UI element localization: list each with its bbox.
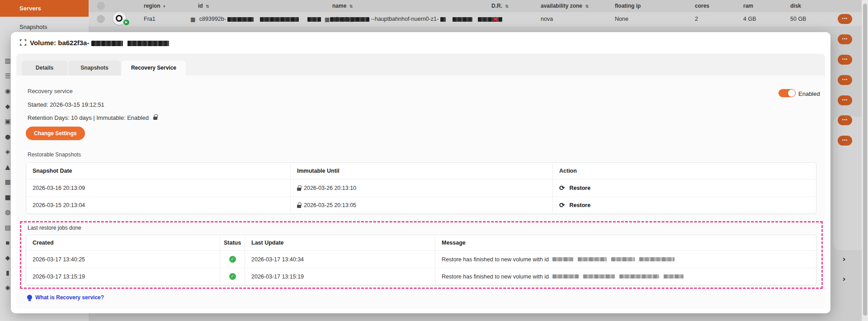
restore-icon: ⟳ (559, 184, 565, 192)
row-actions-button[interactable]: ••• (838, 95, 852, 105)
cell-last-update: 2026-03-17 13:40:34 (245, 251, 435, 268)
modal-body-panel: Details Snapshots Recovery Service Recov… (16, 54, 825, 309)
expand-row-chevron[interactable]: › (840, 255, 848, 264)
app-root: Servers Snapshots ▥ ☰ ◉ ◆ ▣ ● ◈ ▲ ▦ ■ ◍ … (0, 0, 868, 321)
redacted-volume-id (583, 274, 615, 279)
table-header-row: Created Status Last Update Message (26, 235, 816, 250)
restore-button[interactable]: ⟳ Restore (559, 201, 590, 209)
redacted-volume-id (664, 274, 684, 279)
redacted-volume-id (639, 257, 675, 261)
server-status-icons: ▶ (113, 12, 130, 26)
cell-status: ✓ (220, 268, 245, 285)
column-header-availability-zone[interactable]: availability zone ⇅ (541, 3, 589, 9)
cell-snapshot-date: 2026-03-16 20:13:09 (26, 179, 291, 196)
restorable-snapshots-table: Snapshot Date Immutable Until Action 202… (26, 162, 816, 214)
header-created: Created (26, 235, 220, 250)
row-actions-button[interactable]: ••• (838, 75, 852, 85)
header-message: Message (435, 235, 816, 250)
tab-details[interactable]: Details (22, 61, 67, 76)
restore-button[interactable]: ⟳ Restore (559, 184, 590, 192)
redacted-id (307, 17, 321, 22)
cell-message: Restore has finished to new volume with … (435, 251, 816, 268)
table-header-row: Snapshot Date Immutable Until Action (26, 163, 816, 179)
cell-immutable-until: 2026-03-26 20:13:10 (291, 179, 553, 196)
redacted-name (453, 17, 472, 22)
restore-jobs-table: Created Status Last Update Message 2026-… (26, 235, 816, 285)
sidebar-item-servers[interactable]: Servers (0, 0, 89, 17)
modal-header: Volume: ba622f3a- (11, 32, 830, 53)
recovery-service-label: Recovery service (28, 88, 73, 94)
redacted-volume-id (127, 41, 169, 46)
lock-icon (297, 188, 301, 191)
table-row: 2026-03-15 20:13:04 2026-03-25 20:13:05 … (26, 196, 816, 213)
sort-icon: ⇅ (349, 4, 353, 9)
servers-table-header: region ▾ id ⇅ name ⇅ D.R. ⇅ availability… (89, 0, 862, 12)
last-restore-jobs-label: Last restore jobs done (28, 225, 81, 231)
header-last-update: Last Update (245, 235, 435, 250)
cell-created: 2026-03-17 13:15:19 (26, 268, 220, 285)
cell-availability-zone: nova (541, 16, 553, 22)
header-immutable-until: Immutable Until (291, 163, 553, 179)
row-actions-button[interactable]: ••• (838, 115, 852, 125)
column-header-region[interactable]: region ▾ (144, 3, 165, 9)
column-header-ram[interactable]: ram (743, 3, 753, 9)
restorable-snapshots-label: Restorable Snapshots (28, 151, 81, 158)
row-actions-button[interactable]: ••• (838, 34, 852, 44)
lightbulb-icon (27, 295, 32, 300)
cell-snapshot-date: 2026-03-15 20:13:04 (26, 197, 291, 213)
sort-icon: ⇅ (206, 4, 209, 9)
sort-desc-icon: ▾ (163, 4, 165, 9)
column-header-id[interactable]: id ⇅ (198, 3, 209, 9)
copy-name-icon[interactable]: ▦ (325, 16, 330, 23)
modal-title: Volume: ba622f3a- (30, 39, 169, 47)
tab-recovery-service[interactable]: Recovery Service (122, 61, 186, 76)
fullscreen-expand-icon[interactable] (20, 39, 26, 46)
change-settings-button[interactable]: Change Settings (26, 127, 85, 140)
table-row: 2026-03-16 20:13:09 2026-03-26 20:13:10 … (26, 179, 816, 196)
page-scrollbar-thumb[interactable] (863, 4, 867, 316)
select-all-checkbox[interactable] (97, 2, 105, 10)
lock-icon (297, 205, 301, 208)
copy-id-icon[interactable]: ▦ (190, 16, 195, 23)
cell-last-update: 2026-03-17 13:15:19 (245, 268, 435, 285)
row-checkbox[interactable] (97, 15, 105, 23)
success-check-icon: ✓ (229, 256, 236, 263)
recovery-service-tab-content: Recovery service Started: 2026-03-15 19:… (16, 76, 825, 309)
restore-icon: ⟳ (559, 201, 565, 209)
toggle-label: Enabled (798, 90, 820, 97)
header-snapshot-date: Snapshot Date (26, 163, 291, 179)
header-action: Action (553, 163, 816, 179)
sort-icon: ⇅ (585, 4, 589, 9)
power-on-icon[interactable]: ▶ (123, 19, 130, 26)
tab-snapshots[interactable]: Snapshots (68, 61, 121, 76)
redacted-name (478, 17, 502, 22)
column-header-floating-ip[interactable]: floating ip (615, 3, 641, 9)
column-header-name[interactable]: name ⇅ (332, 3, 353, 9)
cell-disk: 50 GB (790, 16, 806, 22)
redacted-volume-id (552, 257, 573, 261)
column-header-dr[interactable]: D.R. ⇅ (491, 3, 509, 9)
expand-row-chevron[interactable]: › (840, 274, 848, 283)
success-check-icon: ✓ (229, 273, 236, 280)
server-row: ▶ Fra1 ▦ c893992b- ▦ shoot--p --hauptbah… (89, 12, 862, 26)
recovery-enabled-toggle[interactable] (778, 89, 796, 97)
row-actions-button[interactable]: ••• (838, 136, 852, 146)
table-row: 2026-03-17 13:40:25 ✓ 2026-03-17 13:40:3… (26, 250, 816, 268)
lock-icon (153, 117, 157, 120)
redacted-volume-id (578, 257, 607, 261)
cell-region: Fra1 (144, 16, 156, 22)
column-header-cores[interactable]: cores (695, 3, 709, 9)
cell-floating-ip: None (615, 16, 628, 22)
cell-cores: 2 (695, 16, 698, 22)
column-header-disk[interactable]: disk (790, 3, 801, 9)
recovery-retention-text: Retention Days: 10 days | Immutable: Ena… (28, 114, 157, 121)
cell-created: 2026-03-17 13:40:25 (26, 251, 220, 268)
cell-name: ▦ shoot--p --hauptbahnhof-nuern0-z1- (325, 16, 502, 23)
redacted-id (227, 17, 254, 22)
redacted-name (356, 17, 369, 22)
row-actions-button[interactable]: ••• (838, 55, 852, 65)
redacted-volume-id (552, 274, 579, 279)
toggle-knob (788, 90, 795, 97)
row-actions-button[interactable]: ••• (838, 14, 852, 24)
recovery-service-help-link[interactable]: What is Recovery service? (35, 294, 104, 301)
